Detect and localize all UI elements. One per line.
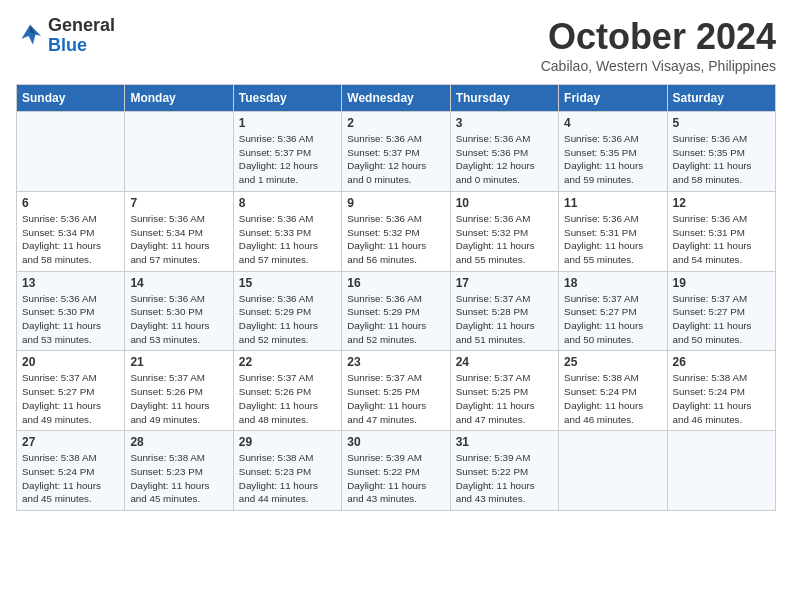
week-row-1: 1Sunrise: 5:36 AMSunset: 5:37 PMDaylight… — [17, 112, 776, 192]
calendar-cell: 8Sunrise: 5:36 AMSunset: 5:33 PMDaylight… — [233, 191, 341, 271]
day-number: 7 — [130, 196, 227, 210]
calendar-cell — [17, 112, 125, 192]
calendar-table: SundayMondayTuesdayWednesdayThursdayFrid… — [16, 84, 776, 511]
calendar-cell: 29Sunrise: 5:38 AMSunset: 5:23 PMDayligh… — [233, 431, 341, 511]
day-number: 28 — [130, 435, 227, 449]
header-cell-wednesday: Wednesday — [342, 85, 450, 112]
day-number: 1 — [239, 116, 336, 130]
calendar-cell: 2Sunrise: 5:36 AMSunset: 5:37 PMDaylight… — [342, 112, 450, 192]
calendar-cell: 17Sunrise: 5:37 AMSunset: 5:28 PMDayligh… — [450, 271, 558, 351]
page-header: General Blue October 2024 Cabilao, Weste… — [16, 16, 776, 74]
day-info: Sunrise: 5:37 AMSunset: 5:27 PMDaylight:… — [673, 292, 770, 347]
calendar-cell: 7Sunrise: 5:36 AMSunset: 5:34 PMDaylight… — [125, 191, 233, 271]
calendar-cell: 19Sunrise: 5:37 AMSunset: 5:27 PMDayligh… — [667, 271, 775, 351]
calendar-cell: 9Sunrise: 5:36 AMSunset: 5:32 PMDaylight… — [342, 191, 450, 271]
calendar-cell: 13Sunrise: 5:36 AMSunset: 5:30 PMDayligh… — [17, 271, 125, 351]
location: Cabilao, Western Visayas, Philippines — [541, 58, 776, 74]
day-info: Sunrise: 5:38 AMSunset: 5:24 PMDaylight:… — [673, 371, 770, 426]
calendar-cell: 23Sunrise: 5:37 AMSunset: 5:25 PMDayligh… — [342, 351, 450, 431]
calendar-cell: 21Sunrise: 5:37 AMSunset: 5:26 PMDayligh… — [125, 351, 233, 431]
day-info: Sunrise: 5:36 AMSunset: 5:29 PMDaylight:… — [239, 292, 336, 347]
calendar-cell: 25Sunrise: 5:38 AMSunset: 5:24 PMDayligh… — [559, 351, 667, 431]
day-number: 23 — [347, 355, 444, 369]
day-info: Sunrise: 5:37 AMSunset: 5:28 PMDaylight:… — [456, 292, 553, 347]
day-info: Sunrise: 5:36 AMSunset: 5:34 PMDaylight:… — [22, 212, 119, 267]
calendar-cell — [559, 431, 667, 511]
header-cell-friday: Friday — [559, 85, 667, 112]
logo: General Blue — [16, 16, 115, 56]
calendar-cell: 28Sunrise: 5:38 AMSunset: 5:23 PMDayligh… — [125, 431, 233, 511]
day-info: Sunrise: 5:38 AMSunset: 5:24 PMDaylight:… — [564, 371, 661, 426]
calendar-cell: 5Sunrise: 5:36 AMSunset: 5:35 PMDaylight… — [667, 112, 775, 192]
day-number: 10 — [456, 196, 553, 210]
day-number: 21 — [130, 355, 227, 369]
header-cell-thursday: Thursday — [450, 85, 558, 112]
calendar-cell — [667, 431, 775, 511]
week-row-5: 27Sunrise: 5:38 AMSunset: 5:24 PMDayligh… — [17, 431, 776, 511]
calendar-cell: 18Sunrise: 5:37 AMSunset: 5:27 PMDayligh… — [559, 271, 667, 351]
month-title: October 2024 — [541, 16, 776, 58]
day-number: 4 — [564, 116, 661, 130]
calendar-cell: 15Sunrise: 5:36 AMSunset: 5:29 PMDayligh… — [233, 271, 341, 351]
calendar-cell: 4Sunrise: 5:36 AMSunset: 5:35 PMDaylight… — [559, 112, 667, 192]
day-info: Sunrise: 5:37 AMSunset: 5:26 PMDaylight:… — [130, 371, 227, 426]
calendar-cell: 30Sunrise: 5:39 AMSunset: 5:22 PMDayligh… — [342, 431, 450, 511]
day-number: 2 — [347, 116, 444, 130]
day-info: Sunrise: 5:36 AMSunset: 5:37 PMDaylight:… — [347, 132, 444, 187]
day-number: 13 — [22, 276, 119, 290]
header-cell-saturday: Saturday — [667, 85, 775, 112]
header-cell-tuesday: Tuesday — [233, 85, 341, 112]
calendar-cell: 27Sunrise: 5:38 AMSunset: 5:24 PMDayligh… — [17, 431, 125, 511]
day-info: Sunrise: 5:36 AMSunset: 5:29 PMDaylight:… — [347, 292, 444, 347]
day-number: 3 — [456, 116, 553, 130]
day-info: Sunrise: 5:38 AMSunset: 5:24 PMDaylight:… — [22, 451, 119, 506]
day-number: 24 — [456, 355, 553, 369]
day-info: Sunrise: 5:36 AMSunset: 5:37 PMDaylight:… — [239, 132, 336, 187]
calendar-cell: 3Sunrise: 5:36 AMSunset: 5:36 PMDaylight… — [450, 112, 558, 192]
day-info: Sunrise: 5:39 AMSunset: 5:22 PMDaylight:… — [456, 451, 553, 506]
day-number: 19 — [673, 276, 770, 290]
day-number: 22 — [239, 355, 336, 369]
calendar-cell: 12Sunrise: 5:36 AMSunset: 5:31 PMDayligh… — [667, 191, 775, 271]
logo-icon — [16, 22, 44, 50]
week-row-2: 6Sunrise: 5:36 AMSunset: 5:34 PMDaylight… — [17, 191, 776, 271]
day-number: 30 — [347, 435, 444, 449]
day-info: Sunrise: 5:36 AMSunset: 5:31 PMDaylight:… — [673, 212, 770, 267]
calendar-cell: 6Sunrise: 5:36 AMSunset: 5:34 PMDaylight… — [17, 191, 125, 271]
day-number: 17 — [456, 276, 553, 290]
day-info: Sunrise: 5:37 AMSunset: 5:27 PMDaylight:… — [22, 371, 119, 426]
day-number: 11 — [564, 196, 661, 210]
day-number: 15 — [239, 276, 336, 290]
day-info: Sunrise: 5:36 AMSunset: 5:31 PMDaylight:… — [564, 212, 661, 267]
day-info: Sunrise: 5:36 AMSunset: 5:32 PMDaylight:… — [456, 212, 553, 267]
title-block: October 2024 Cabilao, Western Visayas, P… — [541, 16, 776, 74]
logo-text: General Blue — [48, 16, 115, 56]
day-number: 6 — [22, 196, 119, 210]
day-number: 9 — [347, 196, 444, 210]
day-info: Sunrise: 5:36 AMSunset: 5:34 PMDaylight:… — [130, 212, 227, 267]
day-info: Sunrise: 5:36 AMSunset: 5:35 PMDaylight:… — [564, 132, 661, 187]
day-number: 20 — [22, 355, 119, 369]
day-info: Sunrise: 5:37 AMSunset: 5:25 PMDaylight:… — [347, 371, 444, 426]
day-number: 26 — [673, 355, 770, 369]
day-number: 18 — [564, 276, 661, 290]
calendar-body: 1Sunrise: 5:36 AMSunset: 5:37 PMDaylight… — [17, 112, 776, 511]
day-number: 14 — [130, 276, 227, 290]
calendar-cell — [125, 112, 233, 192]
calendar-cell: 31Sunrise: 5:39 AMSunset: 5:22 PMDayligh… — [450, 431, 558, 511]
calendar-cell: 24Sunrise: 5:37 AMSunset: 5:25 PMDayligh… — [450, 351, 558, 431]
day-info: Sunrise: 5:36 AMSunset: 5:32 PMDaylight:… — [347, 212, 444, 267]
day-info: Sunrise: 5:37 AMSunset: 5:27 PMDaylight:… — [564, 292, 661, 347]
calendar-cell: 22Sunrise: 5:37 AMSunset: 5:26 PMDayligh… — [233, 351, 341, 431]
calendar-header: SundayMondayTuesdayWednesdayThursdayFrid… — [17, 85, 776, 112]
week-row-3: 13Sunrise: 5:36 AMSunset: 5:30 PMDayligh… — [17, 271, 776, 351]
calendar-cell: 14Sunrise: 5:36 AMSunset: 5:30 PMDayligh… — [125, 271, 233, 351]
day-info: Sunrise: 5:37 AMSunset: 5:25 PMDaylight:… — [456, 371, 553, 426]
calendar-cell: 26Sunrise: 5:38 AMSunset: 5:24 PMDayligh… — [667, 351, 775, 431]
header-row: SundayMondayTuesdayWednesdayThursdayFrid… — [17, 85, 776, 112]
day-info: Sunrise: 5:37 AMSunset: 5:26 PMDaylight:… — [239, 371, 336, 426]
day-number: 25 — [564, 355, 661, 369]
day-info: Sunrise: 5:38 AMSunset: 5:23 PMDaylight:… — [239, 451, 336, 506]
calendar-cell: 1Sunrise: 5:36 AMSunset: 5:37 PMDaylight… — [233, 112, 341, 192]
calendar-cell: 20Sunrise: 5:37 AMSunset: 5:27 PMDayligh… — [17, 351, 125, 431]
